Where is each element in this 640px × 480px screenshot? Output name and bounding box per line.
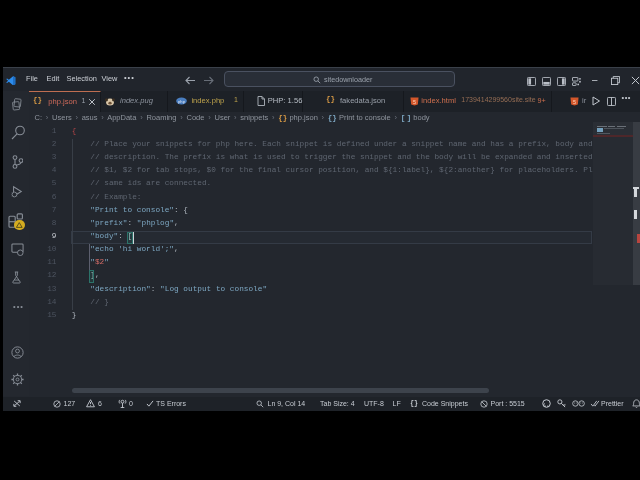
svg-text:php: php [178, 99, 186, 104]
svg-text:5: 5 [413, 98, 416, 104]
svg-text:5: 5 [573, 98, 576, 104]
